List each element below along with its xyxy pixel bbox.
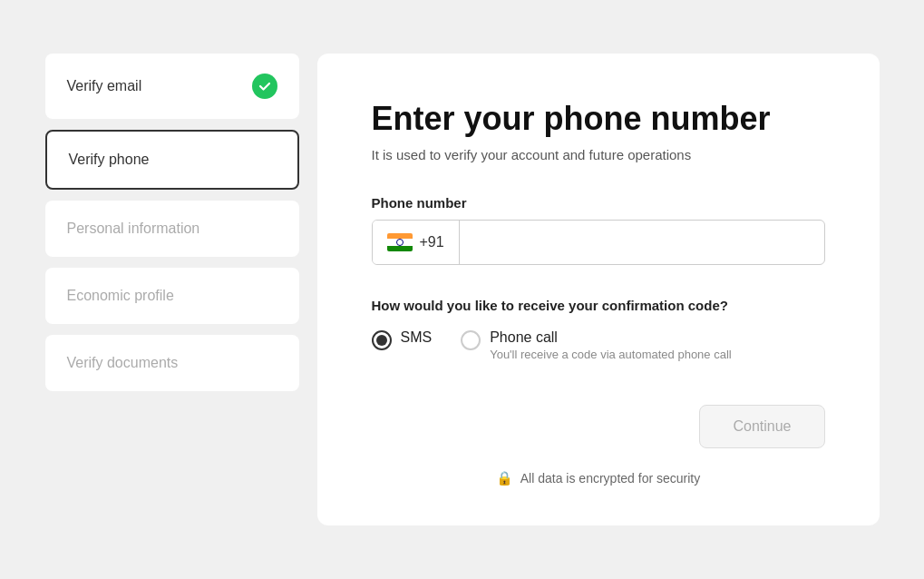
phone-call-label: Phone call (490, 329, 732, 346)
phone-call-label-group: Phone call You'll receive a code via aut… (490, 329, 732, 361)
sidebar-item-verify-email[interactable]: Verify email (45, 54, 299, 119)
sidebar-item-label: Personal information (67, 221, 200, 237)
check-icon (252, 74, 277, 99)
phone-input-container: +91 (372, 220, 825, 265)
main-panel: Enter your phone number It is used to ve… (317, 54, 880, 525)
sidebar: Verify email Verify phone Personal infor… (45, 54, 299, 525)
ashoka-chakra (396, 239, 404, 246)
sidebar-item-label: Economic profile (67, 288, 174, 304)
sidebar-item-economic-profile[interactable]: Economic profile (45, 268, 299, 324)
confirmation-method-group: SMS Phone call You'll receive a code via… (372, 329, 825, 361)
country-flag-prefix[interactable]: +91 (373, 221, 460, 264)
sidebar-item-label: Verify phone (69, 152, 150, 168)
sidebar-item-verify-documents[interactable]: Verify documents (45, 335, 299, 391)
sms-radio[interactable] (372, 330, 392, 350)
confirmation-label: How would you like to receive your confi… (372, 298, 825, 313)
sms-label-group: SMS (401, 329, 433, 346)
lock-icon: 🔒 (496, 470, 513, 486)
flag-white-stripe (387, 239, 413, 246)
sidebar-item-label: Verify email (67, 78, 142, 94)
phone-call-option[interactable]: Phone call You'll receive a code via aut… (461, 329, 732, 361)
page-subtitle: It is used to verify your account and fu… (372, 147, 825, 162)
security-label: All data is encrypted for security (520, 471, 700, 486)
sms-label: SMS (401, 329, 433, 346)
security-notice: 🔒 All data is encrypted for security (372, 470, 825, 486)
india-flag (387, 233, 413, 251)
phone-number-input[interactable] (460, 221, 824, 263)
sidebar-item-label: Verify documents (67, 355, 179, 371)
sidebar-item-personal-information[interactable]: Personal information (45, 201, 299, 257)
country-code: +91 (420, 234, 444, 250)
bottom-action-row: Continue (372, 405, 825, 448)
sidebar-item-verify-phone[interactable]: Verify phone (45, 130, 299, 190)
phone-call-sublabel: You'll receive a code via automated phon… (490, 348, 732, 361)
phone-call-radio[interactable] (461, 330, 481, 350)
continue-button[interactable]: Continue (699, 405, 824, 448)
flag-green-stripe (387, 246, 413, 251)
page-title: Enter your phone number (372, 99, 825, 138)
phone-field-label: Phone number (372, 195, 825, 211)
sms-option[interactable]: SMS (372, 329, 433, 350)
